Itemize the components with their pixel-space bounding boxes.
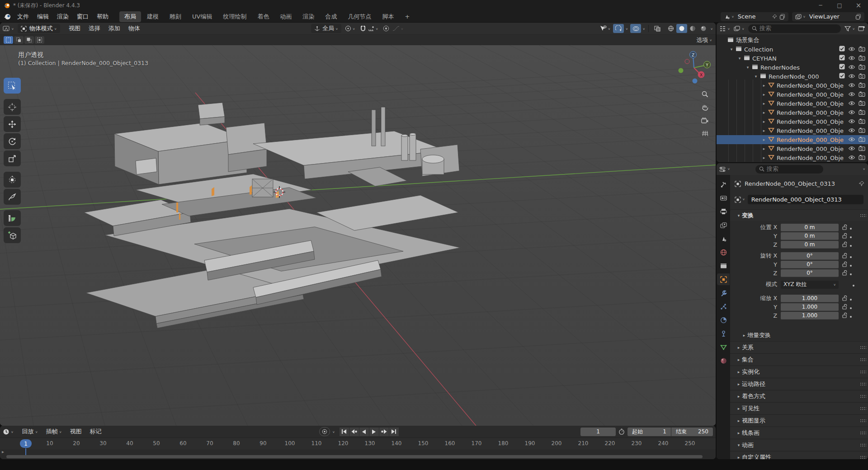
outliner-row-1[interactable]: ▾Collection (717, 45, 868, 54)
orientation-dropdown[interactable]: 全局 ∨ (311, 24, 341, 33)
section-运动路径[interactable]: ▸运动路径 (730, 378, 868, 390)
camera-toggle[interactable] (859, 82, 865, 89)
outliner-row-11[interactable]: ▸RenderNode_000_Obje (717, 135, 868, 144)
next-key-button[interactable] (379, 428, 389, 436)
camera-toggle[interactable] (859, 155, 865, 161)
menu-0[interactable]: 文件 (13, 13, 33, 21)
camera-toggle[interactable] (859, 55, 865, 62)
camera-toggle[interactable] (859, 127, 865, 134)
workspace-tab-UV编辑[interactable]: UV编辑 (187, 11, 217, 22)
workspace-tab-几何节点[interactable]: 几何节点 (343, 11, 376, 22)
animate-dot[interactable] (850, 224, 852, 231)
properties-tab-render[interactable] (717, 192, 730, 204)
frame-end-field[interactable]: 结束250 (671, 428, 713, 436)
properties-tab-world[interactable] (717, 246, 730, 258)
zoom-button[interactable] (698, 88, 711, 100)
tool-scale[interactable] (4, 150, 21, 166)
scene-name[interactable]: Scene (738, 13, 756, 20)
section-着色方式[interactable]: ▸着色方式 (730, 390, 868, 402)
viewport-menu-1[interactable]: 选择 (85, 24, 104, 33)
selectability-dropdown[interactable]: ∨ (599, 25, 611, 32)
outliner-row-2[interactable]: ▾CEYHAN (717, 54, 868, 63)
camera-toggle[interactable] (859, 46, 865, 53)
outliner-item-label[interactable]: RenderNode_000_Obje (777, 136, 844, 143)
camera-toggle[interactable] (859, 64, 865, 71)
new-collection-icon[interactable] (858, 25, 865, 32)
transform-rotation-x-field[interactable]: 0° (781, 252, 839, 260)
outliner-item-label[interactable]: RenderNode_000_Obje (777, 109, 844, 116)
shading-wireframe-button[interactable] (665, 24, 676, 33)
eye-toggle[interactable] (848, 91, 855, 98)
timeline-menu-1[interactable]: 插帧∨ (42, 428, 66, 436)
tool-options-dropdown[interactable]: 选项 ∨ (696, 36, 712, 44)
navigation-gizmo[interactable]: Z Y X (674, 47, 714, 90)
properties-tab-tool[interactable] (717, 179, 730, 190)
outliner-item-label[interactable]: Collection (744, 46, 773, 53)
workspace-tab-着色[interactable]: 着色 (252, 11, 274, 22)
properties-tab-particles[interactable] (717, 301, 730, 312)
viewport-menu-0[interactable]: 视图 (65, 24, 85, 33)
transform-scale-y-field[interactable]: 1.000 (781, 303, 839, 311)
outliner-row-3[interactable]: ▾RenderNodes (717, 63, 868, 72)
eye-toggle[interactable] (848, 73, 855, 80)
transform-rotation-y-field[interactable]: 0° (781, 261, 839, 268)
display-mode-icon[interactable] (734, 26, 741, 32)
camera-toggle[interactable] (859, 109, 865, 116)
rotation-mode-dropdown[interactable]: XYZ 欧拉∨ (781, 281, 839, 289)
section-动画[interactable]: ▾动画 (730, 439, 868, 451)
unlock-icon[interactable] (842, 312, 847, 320)
eye-toggle[interactable] (848, 127, 855, 134)
eye-toggle[interactable] (848, 146, 855, 152)
breadcrumb-object-name[interactable]: RenderNode_000_Object_0313 (745, 180, 835, 187)
blender-menu-icon[interactable] (4, 14, 11, 20)
section-自定义属性[interactable]: ▸自定义属性 (730, 451, 868, 459)
workspace-tab-建模[interactable]: 建模 (142, 11, 164, 22)
transform-panel-header[interactable]: ▾变换 (730, 209, 868, 221)
play-button[interactable] (369, 428, 379, 436)
new-viewlayer-icon[interactable] (855, 14, 861, 19)
properties-editor-icon[interactable] (719, 166, 726, 172)
outliner-row-5[interactable]: ▸RenderNode_000_Obje (717, 81, 868, 90)
workspace-tab-布局[interactable]: 布局 (119, 11, 141, 22)
tool-select-box[interactable] (4, 78, 21, 94)
section-视图显示[interactable]: ▸视图显示 (730, 414, 868, 426)
expand-icon[interactable]: ▸ (761, 137, 767, 142)
current-frame-field[interactable]: 1 (580, 428, 616, 436)
menu-1[interactable]: 编辑 (33, 13, 53, 21)
play-back-button[interactable] (359, 428, 369, 436)
tool-add-cube[interactable] (4, 227, 21, 243)
outliner-item-label[interactable]: RenderNodes (760, 64, 800, 71)
pan-button[interactable] (698, 101, 711, 113)
scene-selector[interactable]: ∨ Scene (721, 12, 788, 21)
properties-tab-object[interactable] (717, 273, 730, 285)
tool-rotate[interactable] (4, 133, 21, 149)
eye-toggle[interactable] (848, 118, 855, 125)
eye-toggle[interactable] (848, 109, 855, 116)
workspace-tab-动画[interactable]: 动画 (275, 11, 297, 22)
outliner-row-13[interactable]: ▸RenderNode_000_Obje (717, 153, 868, 162)
check-toggle[interactable] (839, 73, 845, 80)
transform-scale-z-field[interactable]: 1.000 (781, 312, 839, 320)
transform-location-y-field[interactable]: 0 m (781, 232, 839, 240)
collapse-icon[interactable]: ▾ (753, 74, 759, 79)
prev-key-button[interactable] (349, 428, 359, 436)
workspace-tab-雕刻[interactable]: 雕刻 (165, 11, 186, 22)
snap-controls[interactable]: ∨ (360, 26, 378, 32)
tool-annotate[interactable] (4, 189, 21, 205)
properties-tab-view-layer[interactable] (717, 219, 730, 231)
viewlayer-selector[interactable]: ∨ ViewLayer (792, 12, 864, 21)
timeline-menu-3[interactable]: 标记 (86, 428, 106, 436)
timeline-ruler[interactable]: 1020304050607080901001101201301401501601… (0, 437, 716, 449)
workspace-tab-渲染[interactable]: 渲染 (297, 11, 319, 22)
timeline-track[interactable]: ▸ (0, 449, 716, 459)
outliner-row-8[interactable]: ▸RenderNode_000_Obje (717, 108, 868, 117)
outliner-item-label[interactable]: RenderNode_000_Obje (777, 100, 844, 107)
select-mode-set[interactable] (4, 36, 13, 44)
outliner-item-label[interactable]: RenderNode_000_Obje (777, 155, 844, 161)
outliner-row-6[interactable]: ▸RenderNode_000_Obje (717, 90, 868, 99)
new-scene-icon[interactable] (779, 14, 785, 19)
eye-toggle[interactable] (848, 82, 855, 89)
outliner-item-label[interactable]: RenderNode_000_Obje (777, 146, 844, 152)
select-mode-invert[interactable] (35, 36, 44, 44)
outliner-row-0[interactable]: 场景集合 (717, 36, 868, 45)
